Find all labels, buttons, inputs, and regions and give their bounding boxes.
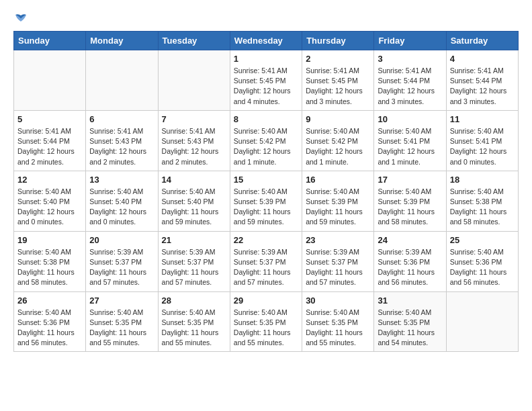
calendar-day-cell <box>14 50 86 111</box>
day-info: Sunrise: 5:41 AM Sunset: 5:44 PM Dayligh… <box>17 126 82 167</box>
day-of-week-header: Monday <box>86 32 158 50</box>
page-header <box>13 13 519 24</box>
calendar-day-cell: 4Sunrise: 5:41 AM Sunset: 5:44 PM Daylig… <box>446 50 518 111</box>
day-info: Sunrise: 5:40 AM Sunset: 5:36 PM Dayligh… <box>17 308 82 349</box>
calendar-day-cell: 15Sunrise: 5:40 AM Sunset: 5:39 PM Dayli… <box>230 171 302 231</box>
day-number: 20 <box>89 235 154 245</box>
day-info: Sunrise: 5:40 AM Sunset: 5:38 PM Dayligh… <box>17 247 82 288</box>
calendar-day-cell: 13Sunrise: 5:40 AM Sunset: 5:40 PM Dayli… <box>86 171 158 231</box>
calendar-week-row: 1Sunrise: 5:41 AM Sunset: 5:45 PM Daylig… <box>14 50 519 111</box>
calendar-day-cell: 31Sunrise: 5:40 AM Sunset: 5:35 PM Dayli… <box>374 291 446 352</box>
calendar-day-cell: 14Sunrise: 5:40 AM Sunset: 5:40 PM Dayli… <box>158 171 230 231</box>
day-number: 28 <box>162 295 226 306</box>
calendar-week-row: 5Sunrise: 5:41 AM Sunset: 5:44 PM Daylig… <box>14 110 519 171</box>
calendar-day-cell: 26Sunrise: 5:40 AM Sunset: 5:36 PM Dayli… <box>14 291 86 352</box>
day-number: 1 <box>234 54 298 64</box>
calendar-day-cell: 23Sunrise: 5:39 AM Sunset: 5:37 PM Dayli… <box>302 231 374 291</box>
calendar-day-cell: 19Sunrise: 5:40 AM Sunset: 5:38 PM Dayli… <box>14 231 86 291</box>
day-of-week-header: Saturday <box>446 32 518 50</box>
day-number: 24 <box>378 235 442 245</box>
day-number: 5 <box>17 114 82 124</box>
day-number: 25 <box>450 235 515 245</box>
calendar-day-cell: 12Sunrise: 5:40 AM Sunset: 5:40 PM Dayli… <box>14 171 86 231</box>
logo-bird-icon <box>14 13 28 24</box>
day-number: 11 <box>450 114 515 124</box>
calendar-day-cell <box>446 291 518 352</box>
day-info: Sunrise: 5:40 AM Sunset: 5:41 PM Dayligh… <box>378 126 442 167</box>
calendar-table: SundayMondayTuesdayWednesdayThursdayFrid… <box>13 31 519 352</box>
calendar-day-cell: 9Sunrise: 5:40 AM Sunset: 5:42 PM Daylig… <box>302 110 374 171</box>
day-info: Sunrise: 5:41 AM Sunset: 5:44 PM Dayligh… <box>378 66 442 107</box>
calendar-day-cell <box>86 50 158 111</box>
day-number: 12 <box>17 175 82 185</box>
day-info: Sunrise: 5:39 AM Sunset: 5:37 PM Dayligh… <box>89 247 154 288</box>
day-info: Sunrise: 5:40 AM Sunset: 5:42 PM Dayligh… <box>306 126 370 167</box>
logo <box>13 13 28 24</box>
day-number: 22 <box>234 235 298 245</box>
calendar-day-cell <box>158 50 230 111</box>
day-info: Sunrise: 5:41 AM Sunset: 5:44 PM Dayligh… <box>450 66 515 107</box>
day-number: 2 <box>306 54 370 64</box>
calendar-day-cell: 8Sunrise: 5:40 AM Sunset: 5:42 PM Daylig… <box>230 110 302 171</box>
day-number: 18 <box>450 175 515 185</box>
day-number: 17 <box>378 175 442 185</box>
calendar-day-cell: 27Sunrise: 5:40 AM Sunset: 5:35 PM Dayli… <box>86 291 158 352</box>
calendar-day-cell: 6Sunrise: 5:41 AM Sunset: 5:43 PM Daylig… <box>86 110 158 171</box>
calendar-day-cell: 7Sunrise: 5:41 AM Sunset: 5:43 PM Daylig… <box>158 110 230 171</box>
day-info: Sunrise: 5:41 AM Sunset: 5:45 PM Dayligh… <box>234 66 298 107</box>
day-number: 10 <box>378 114 442 124</box>
day-info: Sunrise: 5:41 AM Sunset: 5:45 PM Dayligh… <box>306 66 370 107</box>
day-number: 31 <box>378 295 442 306</box>
day-info: Sunrise: 5:40 AM Sunset: 5:35 PM Dayligh… <box>234 308 298 349</box>
day-info: Sunrise: 5:40 AM Sunset: 5:39 PM Dayligh… <box>306 187 370 228</box>
day-number: 14 <box>162 175 226 185</box>
calendar-day-cell: 25Sunrise: 5:40 AM Sunset: 5:36 PM Dayli… <box>446 231 518 291</box>
calendar-day-cell: 29Sunrise: 5:40 AM Sunset: 5:35 PM Dayli… <box>230 291 302 352</box>
day-info: Sunrise: 5:40 AM Sunset: 5:35 PM Dayligh… <box>162 308 226 349</box>
calendar-day-cell: 24Sunrise: 5:39 AM Sunset: 5:36 PM Dayli… <box>374 231 446 291</box>
day-info: Sunrise: 5:39 AM Sunset: 5:36 PM Dayligh… <box>378 247 442 288</box>
calendar-day-cell: 22Sunrise: 5:39 AM Sunset: 5:37 PM Dayli… <box>230 231 302 291</box>
calendar-day-cell: 5Sunrise: 5:41 AM Sunset: 5:44 PM Daylig… <box>14 110 86 171</box>
day-info: Sunrise: 5:39 AM Sunset: 5:37 PM Dayligh… <box>306 247 370 288</box>
day-number: 9 <box>306 114 370 124</box>
calendar-day-cell: 30Sunrise: 5:40 AM Sunset: 5:35 PM Dayli… <box>302 291 374 352</box>
calendar-day-cell: 21Sunrise: 5:39 AM Sunset: 5:37 PM Dayli… <box>158 231 230 291</box>
day-info: Sunrise: 5:39 AM Sunset: 5:37 PM Dayligh… <box>162 247 226 288</box>
day-number: 27 <box>89 295 154 306</box>
calendar-day-cell: 20Sunrise: 5:39 AM Sunset: 5:37 PM Dayli… <box>86 231 158 291</box>
day-of-week-header: Tuesday <box>158 32 230 50</box>
calendar-day-cell: 17Sunrise: 5:40 AM Sunset: 5:39 PM Dayli… <box>374 171 446 231</box>
day-info: Sunrise: 5:40 AM Sunset: 5:35 PM Dayligh… <box>89 308 154 349</box>
calendar-day-cell: 16Sunrise: 5:40 AM Sunset: 5:39 PM Dayli… <box>302 171 374 231</box>
day-number: 7 <box>162 114 226 124</box>
day-info: Sunrise: 5:40 AM Sunset: 5:41 PM Dayligh… <box>450 126 515 167</box>
day-info: Sunrise: 5:40 AM Sunset: 5:40 PM Dayligh… <box>162 187 226 228</box>
day-info: Sunrise: 5:41 AM Sunset: 5:43 PM Dayligh… <box>89 126 154 167</box>
day-number: 30 <box>306 295 370 306</box>
day-number: 13 <box>89 175 154 185</box>
day-number: 6 <box>89 114 154 124</box>
day-of-week-header: Sunday <box>14 32 86 50</box>
day-info: Sunrise: 5:40 AM Sunset: 5:40 PM Dayligh… <box>89 187 154 228</box>
calendar-header-row: SundayMondayTuesdayWednesdayThursdayFrid… <box>14 32 519 50</box>
calendar-day-cell: 3Sunrise: 5:41 AM Sunset: 5:44 PM Daylig… <box>374 50 446 111</box>
day-info: Sunrise: 5:40 AM Sunset: 5:39 PM Dayligh… <box>378 187 442 228</box>
day-number: 16 <box>306 175 370 185</box>
calendar-day-cell: 11Sunrise: 5:40 AM Sunset: 5:41 PM Dayli… <box>446 110 518 171</box>
day-of-week-header: Friday <box>374 32 446 50</box>
calendar-week-row: 19Sunrise: 5:40 AM Sunset: 5:38 PM Dayli… <box>14 231 519 291</box>
day-info: Sunrise: 5:40 AM Sunset: 5:35 PM Dayligh… <box>306 308 370 349</box>
calendar-day-cell: 18Sunrise: 5:40 AM Sunset: 5:38 PM Dayli… <box>446 171 518 231</box>
day-info: Sunrise: 5:40 AM Sunset: 5:40 PM Dayligh… <box>17 187 82 228</box>
day-info: Sunrise: 5:40 AM Sunset: 5:35 PM Dayligh… <box>378 308 442 349</box>
calendar-week-row: 12Sunrise: 5:40 AM Sunset: 5:40 PM Dayli… <box>14 171 519 231</box>
day-number: 26 <box>17 295 82 306</box>
day-number: 8 <box>234 114 298 124</box>
day-number: 15 <box>234 175 298 185</box>
calendar-day-cell: 1Sunrise: 5:41 AM Sunset: 5:45 PM Daylig… <box>230 50 302 111</box>
calendar-day-cell: 28Sunrise: 5:40 AM Sunset: 5:35 PM Dayli… <box>158 291 230 352</box>
calendar-week-row: 26Sunrise: 5:40 AM Sunset: 5:36 PM Dayli… <box>14 291 519 352</box>
calendar-day-cell: 2Sunrise: 5:41 AM Sunset: 5:45 PM Daylig… <box>302 50 374 111</box>
day-number: 23 <box>306 235 370 245</box>
